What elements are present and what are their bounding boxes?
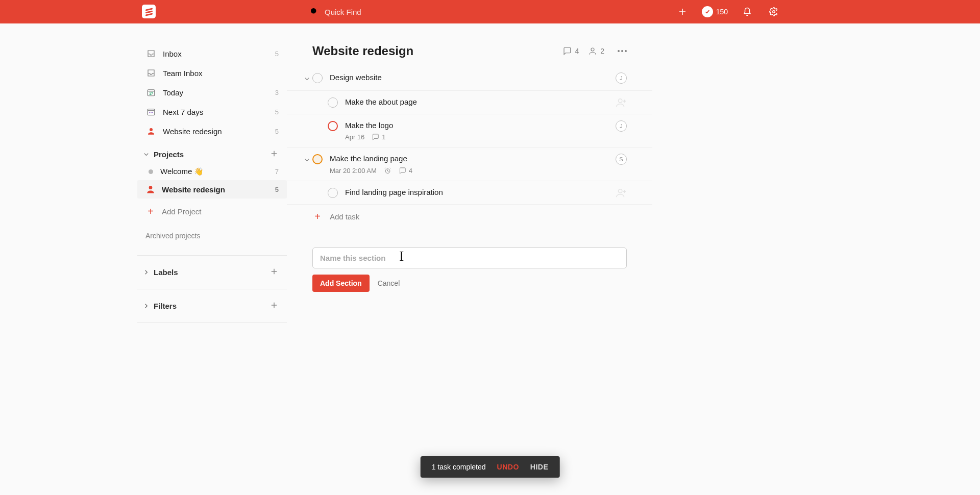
task-checkbox[interactable] [328,97,338,108]
task-checkbox[interactable] [312,73,323,83]
collapse-toggle-icon[interactable] [302,154,311,165]
task-title: Find landing page inspiration [345,187,627,197]
sidebar-project-welcome[interactable]: Welcome 👋 7 [137,163,287,180]
svg-text:17: 17 [149,92,153,95]
task-title: Make the about page [345,97,627,107]
sidebar-count: 5 [275,50,279,58]
sidebar-filters-header[interactable]: Filters [137,295,287,316]
sidebar-archived-projects[interactable]: Archived projects [137,222,287,249]
quick-find[interactable] [309,7,456,17]
sidebar-header-label: Labels [154,268,178,277]
sidebar-projects-header[interactable]: Projects [137,144,287,163]
settings-icon[interactable] [767,5,781,19]
sidebar-labels-header[interactable]: Labels [137,262,287,283]
collapse-toggle-icon[interactable] [302,73,311,84]
search-input[interactable] [324,7,456,17]
sidebar-inbox[interactable]: Inbox 5 [137,44,287,63]
app-logo[interactable] [142,5,156,18]
sidebar-add-project[interactable]: + Add Project [137,201,287,222]
add-project-icon[interactable] [268,149,280,160]
project-color-dot [149,169,153,174]
task-comment-count[interactable]: 1 [372,133,385,141]
project-view: Website redesign 4 2 [287,23,652,495]
task-title: Make the logo [345,120,627,131]
sidebar-team-inbox[interactable]: Team Inbox [137,63,287,83]
svg-point-13 [150,128,153,131]
sidebar-header-label: Projects [154,150,184,159]
person-icon [145,184,156,194]
sidebar-label: Inbox [163,50,269,58]
svg-point-10 [149,112,150,113]
notifications-icon[interactable] [740,5,754,19]
task-title: Make the landing page [330,154,627,164]
task-row[interactable]: Make the about page [287,91,652,114]
undo-button[interactable]: UNDO [497,463,519,471]
task-checkbox[interactable] [312,154,323,164]
task-due-date: Mar 20 2:00 AM [330,167,377,175]
sidebar: Inbox 5 Team Inbox 17 Today 3 Next 7 day… [137,23,287,495]
inbox-icon [145,48,157,59]
sidebar-today[interactable]: 17 Today 3 [137,83,287,102]
svg-point-26 [619,189,622,192]
chevron-down-icon [141,150,151,159]
task-row[interactable]: Make the landing page Mar 20 2:00 AM 4 [287,147,652,181]
section-name-input[interactable] [312,247,627,268]
sidebar-next-7-days[interactable]: Next 7 days 5 [137,102,287,121]
assign-person-icon[interactable] [616,97,627,110]
task-checkbox[interactable] [328,121,338,131]
project-share[interactable]: 2 [588,46,604,56]
sidebar-label: Welcome 👋 [160,167,269,176]
project-comments[interactable]: 4 [562,46,579,56]
project-more-icon[interactable] [618,50,627,52]
sidebar-header-label: Filters [154,302,177,310]
sidebar-label: Website redesign [162,185,269,194]
sidebar-shared-project[interactable]: Website redesign 5 [137,121,287,141]
karma-indicator[interactable]: 150 [702,6,728,17]
svg-point-21 [591,48,594,51]
add-section-button[interactable]: Add Section [312,275,370,292]
task-checkbox[interactable] [328,188,338,198]
task-row[interactable]: Make the logo Apr 16 1 J [287,114,652,147]
chevron-right-icon [141,302,151,311]
svg-point-12 [152,112,153,113]
topbar: 150 [0,0,980,23]
toast-message: 1 task completed [432,463,486,471]
svg-point-22 [619,99,622,103]
add-task-icon[interactable] [675,5,690,19]
task-comment-count[interactable]: 4 [399,167,412,175]
task-row[interactable]: Find landing page inspiration [287,181,652,205]
project-header: Website redesign 4 2 [287,44,652,66]
sidebar-label: Today [163,88,269,97]
add-task[interactable]: + Add task [287,205,652,229]
cancel-button[interactable]: Cancel [378,279,400,287]
add-task-label: Add task [330,212,359,221]
svg-point-4 [773,11,775,13]
task-row[interactable]: Design website J [287,66,652,91]
assign-person-icon[interactable] [616,187,627,201]
assignee-avatar[interactable]: J [616,72,627,84]
svg-point-0 [311,8,316,14]
assignee-avatar[interactable]: J [616,120,627,132]
sidebar-count: 5 [275,186,279,193]
undo-toast: 1 task completed UNDO HIDE [421,456,560,478]
topbar-actions: 150 [675,5,781,19]
chevron-right-icon [141,268,151,277]
search-icon [309,7,318,17]
hide-button[interactable]: HIDE [530,463,548,471]
svg-point-11 [151,112,152,113]
sidebar-count: 7 [275,168,279,176]
add-label-icon[interactable] [268,267,280,278]
sidebar-count: 3 [275,89,279,96]
assignee-avatar[interactable]: S [616,154,627,165]
section-compose: I Add Section Cancel [287,247,652,292]
add-filter-icon[interactable] [268,301,280,311]
sidebar-project-website-redesign[interactable]: Website redesign 5 [137,180,287,199]
task-due-date: Apr 16 [345,133,364,141]
calendar-week-icon [145,106,157,117]
sidebar-count: 5 [275,128,279,135]
project-share-count: 2 [600,47,604,55]
team-inbox-icon [145,67,157,79]
calendar-today-icon: 17 [145,87,157,98]
project-comments-count: 4 [575,47,579,55]
sidebar-label: Add Project [162,207,202,216]
